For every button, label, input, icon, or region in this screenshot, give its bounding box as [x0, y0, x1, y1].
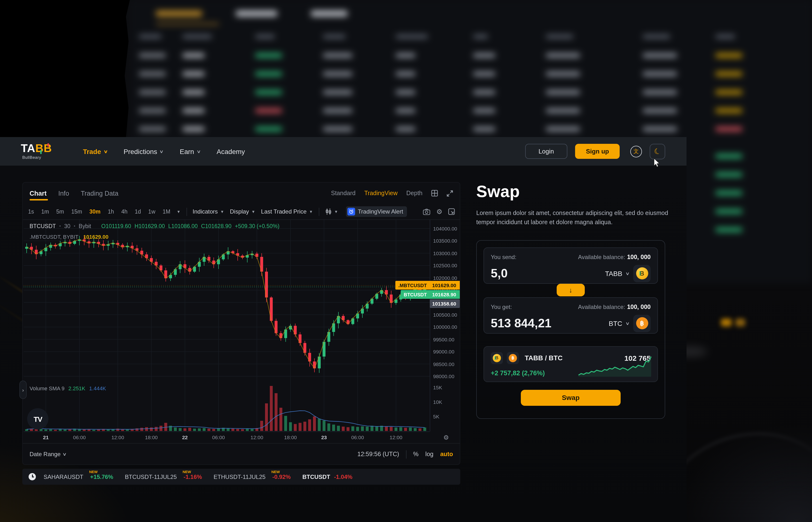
ticker-symbol: ETHUSDT-11JUL25	[214, 473, 265, 480]
indicators-button[interactable]: Indicators▼	[193, 208, 224, 215]
tabb-coin-icon: B	[636, 267, 648, 280]
chevron-down-icon: ∨	[62, 452, 66, 457]
clock-utc[interactable]: 12:59:56 (UTC)	[357, 451, 399, 458]
background-tab	[236, 11, 277, 17]
mode-tradingview[interactable]: TradingView	[364, 190, 398, 197]
background-table-header	[139, 35, 803, 38]
legend-exchange: Bybit	[79, 223, 91, 229]
brand-logo[interactable]: TABB BullBeary	[21, 143, 52, 160]
secondary-badge-price: 101358.60	[430, 299, 460, 308]
signup-button[interactable]: Sign up	[575, 144, 620, 159]
swap-direction-button[interactable]: ↓	[557, 284, 585, 296]
auto-scale-button[interactable]: auto	[440, 451, 453, 458]
volume-label: Volume SMA 9	[29, 385, 64, 391]
axis-settings-gear-icon[interactable]: ⚙	[440, 434, 452, 442]
send-currency-selector[interactable]: TABB	[605, 270, 622, 278]
timeframe-30m[interactable]: 30m	[89, 208, 101, 216]
pair-name: TABB / BTC	[525, 354, 563, 362]
timeframe-4h[interactable]: 4h	[121, 208, 128, 216]
chart-legend: BTCUSDT • 30 • Bybit O101119.60 H101629.…	[29, 223, 280, 229]
nav-item-academy[interactable]: Academy	[217, 147, 245, 155]
login-button[interactable]: Login	[525, 144, 568, 159]
ticker-symbol: BTCUSDT	[302, 473, 330, 480]
index-badge-price: 101629.00	[430, 281, 460, 289]
date-range-button[interactable]: Date Range∨	[29, 451, 66, 458]
timeframe-1M[interactable]: 1M	[162, 208, 171, 216]
ticker-change: -1.04%	[334, 473, 353, 480]
timeframe-1m[interactable]: 1m	[41, 208, 49, 216]
camera-icon[interactable]	[423, 208, 431, 215]
mode-standard[interactable]: Standard	[331, 190, 355, 197]
language-icon[interactable]: 文	[630, 145, 642, 157]
tab-info[interactable]: Info	[58, 183, 69, 203]
btc-coin-chip-small: ฿	[507, 352, 519, 364]
ticker-item[interactable]: BTCUSDT-11JUL25 NEW-1.16%	[125, 473, 202, 480]
btc-coin-icon: ฿	[509, 354, 517, 362]
swap-submit-button[interactable]: Swap	[521, 390, 621, 406]
swap-section: Swap Lorem ipsum dolor sit amet, consect…	[476, 182, 665, 419]
percent-scale-button[interactable]: %	[413, 451, 419, 458]
logo-tagline: BullBeary	[21, 156, 52, 160]
tabb-coin-chip[interactable]: B	[633, 265, 651, 282]
timeframe-1h[interactable]: 1h	[107, 208, 115, 216]
legend-index-price: 101629.00	[83, 234, 108, 240]
timeframe-row: 1s1m5m15m30m1h4h1d1w1M	[27, 208, 171, 216]
ticker-item[interactable]: ETHUSDT-11JUL25 NEW-0.92%	[214, 473, 291, 480]
legend-high: H101629.00	[135, 223, 165, 229]
price-axis-label: 102500.00	[433, 263, 457, 268]
timeframe-1s[interactable]: 1s	[27, 208, 34, 216]
timeframe-5m[interactable]: 5m	[56, 208, 64, 216]
chart-panel: Chart Info Trading Data Standard Trading…	[22, 182, 460, 465]
chart-bottom-bar: Date Range∨ 12:59:56 (UTC) % log auto	[23, 443, 460, 465]
chevron-down-icon: ▼	[252, 209, 255, 214]
time-axis-label: 06:00	[347, 434, 368, 440]
timeframe-15m[interactable]: 15m	[71, 208, 83, 216]
nav-item-predictions[interactable]: Predictions∨	[123, 147, 163, 155]
settings-gear-icon[interactable]: ⚙	[436, 208, 442, 216]
chevron-down-icon: ▼	[220, 209, 224, 214]
receive-amount-input[interactable]: 513 844,21	[491, 317, 551, 330]
nav-item-earn[interactable]: Earn∨	[180, 147, 200, 155]
time-axis[interactable]: 2106:0012:0018:002206:0012:0018:002306:0…	[24, 431, 430, 443]
tab-chart[interactable]: Chart	[29, 183, 47, 203]
main-nav: Trade∨ Predictions∨ Earn∨ Academy	[83, 147, 245, 155]
tab-trading-data[interactable]: Trading Data	[81, 183, 118, 203]
pair-stats-box[interactable]: B ฿ TABB / BTC 102 765 +2 757,82 (2,76%)	[483, 346, 658, 382]
chart-legend-index: .MBTCUSDT, BYBIT 101629.00	[29, 234, 108, 240]
send-amount-input[interactable]: 5,0	[491, 266, 508, 281]
last-traded-price-button[interactable]: Last Traded Price▼	[261, 208, 313, 215]
alarm-clock-icon	[347, 208, 355, 216]
candle-style-button[interactable]: ▼	[325, 208, 338, 215]
ticker-item[interactable]: BTCUSDT -1.04%	[302, 473, 353, 480]
timeframe-1d[interactable]: 1d	[134, 208, 141, 216]
fullscreen-icon[interactable]	[448, 208, 455, 215]
tradingview-alert-button[interactable]: TradingView Alert	[346, 206, 407, 217]
price-scale[interactable]: 104000.00103500.00103000.00102500.001020…	[430, 220, 460, 431]
receive-currency-selector[interactable]: BTC	[609, 320, 622, 327]
timeframe-more-icon[interactable]: ▼	[177, 209, 180, 214]
chart-toolbar: 1s1m5m15m30m1h4h1d1w1M ▼ Indicators▼ Dis…	[23, 204, 460, 220]
chevron-down-icon: ∨	[159, 149, 164, 154]
mode-depth[interactable]: Depth	[406, 190, 422, 197]
time-axis-label: 18:00	[280, 434, 301, 440]
chevron-down-icon: ∨	[196, 149, 201, 154]
price-axis-label: 100500.00	[433, 312, 457, 318]
chart-plot-area[interactable]: BTCUSDT • 30 • Bybit O101119.60 H101629.…	[24, 220, 430, 431]
time-axis-label: 18:00	[141, 434, 162, 440]
swap-panel: You send: Available balance:100, 000 5,0…	[476, 240, 665, 419]
pane-collapse-handle[interactable]: ›	[19, 381, 27, 399]
volume-legend: Volume SMA 9 2.251K 1.444K	[29, 385, 106, 391]
display-button[interactable]: Display▼	[230, 208, 255, 215]
new-badge: NEW	[89, 469, 98, 474]
nav-item-trade[interactable]: Trade∨	[83, 147, 107, 155]
grid-layout-icon[interactable]	[431, 190, 438, 197]
btc-coin-chip[interactable]: ฿	[633, 315, 651, 332]
tradingview-logo[interactable]: TV	[27, 408, 48, 429]
log-scale-button[interactable]: log	[425, 451, 433, 458]
arrow-down-icon: ↓	[569, 286, 572, 294]
timeframe-1w[interactable]: 1w	[148, 208, 156, 216]
ticker-item[interactable]: SAHARAUSDT NEW+15.76%	[44, 473, 113, 480]
theme-toggle-button[interactable]: ☾	[650, 144, 665, 159]
expand-icon[interactable]	[447, 190, 453, 196]
chevron-down-icon: ∨	[626, 321, 630, 326]
